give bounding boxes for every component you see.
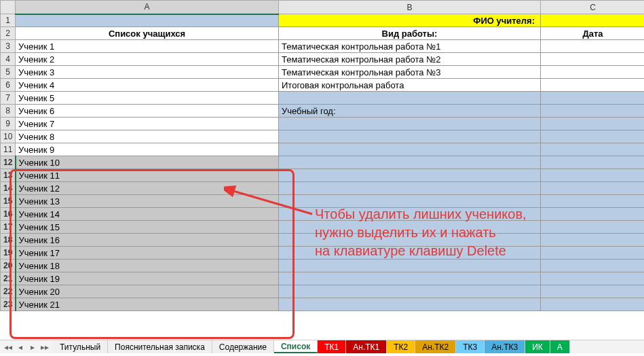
cell-c12[interactable]: [541, 156, 645, 169]
cell-c11[interactable]: [541, 143, 645, 156]
sheet-tab-11[interactable]: А: [550, 340, 570, 353]
cell-a20[interactable]: Ученик 18: [16, 260, 279, 272]
cell-a22[interactable]: Ученик 20: [16, 285, 279, 298]
cell-a15[interactable]: Ученик 13: [16, 195, 279, 208]
cell-c20[interactable]: [541, 260, 645, 272]
sheet-tab-5[interactable]: Ан.ТК1: [346, 340, 387, 353]
cell-b9[interactable]: [279, 118, 541, 130]
cell-c23[interactable]: [541, 298, 645, 311]
cell-b5[interactable]: Тематическая контрольная работа №3: [279, 66, 541, 79]
cell-a11[interactable]: Ученик 9: [16, 143, 279, 156]
cell-a16[interactable]: Ученик 14: [16, 208, 279, 221]
cell-a9[interactable]: Ученик 7: [16, 118, 279, 130]
row-header-9[interactable]: 9: [1, 118, 16, 130]
select-all-corner[interactable]: [1, 1, 16, 14]
cell-b13[interactable]: [279, 169, 541, 182]
cell-b7[interactable]: [279, 92, 541, 105]
cell-c8[interactable]: [541, 105, 645, 118]
cell-c16[interactable]: [541, 208, 645, 221]
cell-b10[interactable]: [279, 130, 541, 143]
cell-b12[interactable]: [279, 156, 541, 169]
cell-a17[interactable]: Ученик 15: [16, 221, 279, 234]
row-header-21[interactable]: 21: [1, 272, 16, 285]
cell-c5[interactable]: [541, 66, 645, 79]
cell-c14[interactable]: [541, 182, 645, 195]
sheet-tab-2[interactable]: Содержание: [212, 340, 274, 353]
cell-c13[interactable]: [541, 169, 645, 182]
cell-c1[interactable]: [541, 14, 645, 27]
row-header-1[interactable]: 1: [1, 14, 16, 27]
row-header-2[interactable]: 2: [1, 27, 16, 40]
cell-b8[interactable]: Учебный год:: [279, 105, 541, 118]
row-header-3[interactable]: 3: [1, 40, 16, 53]
row-header-23[interactable]: 23: [1, 298, 16, 311]
cell-a14[interactable]: Ученик 12: [16, 182, 279, 195]
row-header-15[interactable]: 15: [1, 195, 16, 208]
row-header-11[interactable]: 11: [1, 143, 16, 156]
sheet-tab-10[interactable]: ИК: [525, 340, 550, 353]
cell-a10[interactable]: Ученик 8: [16, 130, 279, 143]
row-header-16[interactable]: 16: [1, 208, 16, 221]
sheet-tab-6[interactable]: ТК2: [387, 340, 415, 353]
row-header-17[interactable]: 17: [1, 221, 16, 234]
cell-a21[interactable]: Ученик 19: [16, 272, 279, 285]
cell-a1[interactable]: [16, 14, 279, 27]
col-header-c[interactable]: C: [541, 1, 645, 14]
cell-a12[interactable]: Ученик 10: [16, 156, 279, 169]
cell-b14[interactable]: [279, 182, 541, 195]
cell-a3[interactable]: Ученик 1: [16, 40, 279, 53]
cell-a5[interactable]: Ученик 3: [16, 66, 279, 79]
tab-nav-next[interactable]: ▸: [27, 342, 38, 353]
sheet-tab-3[interactable]: Список: [274, 340, 318, 353]
cell-c4[interactable]: [541, 53, 645, 66]
col-header-a[interactable]: A: [16, 1, 279, 14]
cell-a23[interactable]: Ученик 21: [16, 298, 279, 311]
row-header-4[interactable]: 4: [1, 53, 16, 66]
cell-a13[interactable]: Ученик 11: [16, 169, 279, 182]
sheet-tab-4[interactable]: ТК1: [318, 340, 346, 353]
tab-nav-prev[interactable]: ◂: [15, 342, 26, 353]
cell-b23[interactable]: [279, 298, 541, 311]
cell-c19[interactable]: [541, 247, 645, 260]
cell-a8[interactable]: Ученик 6: [16, 105, 279, 118]
row-header-22[interactable]: 22: [1, 285, 16, 298]
row-header-10[interactable]: 10: [1, 130, 16, 143]
cell-c21[interactable]: [541, 272, 645, 285]
row-header-19[interactable]: 19: [1, 247, 16, 260]
cell-c17[interactable]: [541, 221, 645, 234]
cell-b3[interactable]: Тематическая контрольная работа №1: [279, 40, 541, 53]
cell-c18[interactable]: [541, 234, 645, 247]
col-header-b[interactable]: B: [279, 1, 541, 14]
tab-nav-first[interactable]: ◂◂: [3, 342, 14, 353]
row-header-20[interactable]: 20: [1, 260, 16, 272]
cell-c6[interactable]: [541, 79, 645, 92]
cell-c3[interactable]: [541, 40, 645, 53]
row-header-12[interactable]: 12: [1, 156, 16, 169]
cell-c2[interactable]: Дата: [541, 27, 645, 40]
cell-b1[interactable]: ФИО учителя:: [279, 14, 541, 27]
cell-b6[interactable]: Итоговая контрольная работа: [279, 79, 541, 92]
cell-a19[interactable]: Ученик 17: [16, 247, 279, 260]
cell-a4[interactable]: Ученик 2: [16, 53, 279, 66]
cell-c15[interactable]: [541, 195, 645, 208]
row-header-8[interactable]: 8: [1, 105, 16, 118]
sheet-tab-8[interactable]: ТК3: [456, 340, 485, 353]
row-header-5[interactable]: 5: [1, 66, 16, 79]
cell-a6[interactable]: Ученик 4: [16, 79, 279, 92]
sheet-tab-9[interactable]: Ан.ТК3: [485, 340, 525, 353]
sheet-tab-0[interactable]: Титульный: [53, 340, 108, 353]
tab-nav-last[interactable]: ▸▸: [39, 342, 50, 353]
cell-b21[interactable]: [279, 272, 541, 285]
row-header-7[interactable]: 7: [1, 92, 16, 105]
row-header-13[interactable]: 13: [1, 169, 16, 182]
row-header-14[interactable]: 14: [1, 182, 16, 195]
cell-a2[interactable]: Список учащихся: [16, 27, 279, 40]
cell-b2[interactable]: Вид работы:: [279, 27, 541, 40]
cell-c7[interactable]: [541, 92, 645, 105]
cell-b4[interactable]: Тематическая контрольная работа №2: [279, 53, 541, 66]
cell-b22[interactable]: [279, 285, 541, 298]
cell-c22[interactable]: [541, 285, 645, 298]
spreadsheet-grid[interactable]: A B C 1ФИО учителя:2Список учащихсяВид р…: [0, 0, 644, 340]
sheet-tab-7[interactable]: Ан.ТК2: [415, 340, 456, 353]
cell-c9[interactable]: [541, 118, 645, 130]
